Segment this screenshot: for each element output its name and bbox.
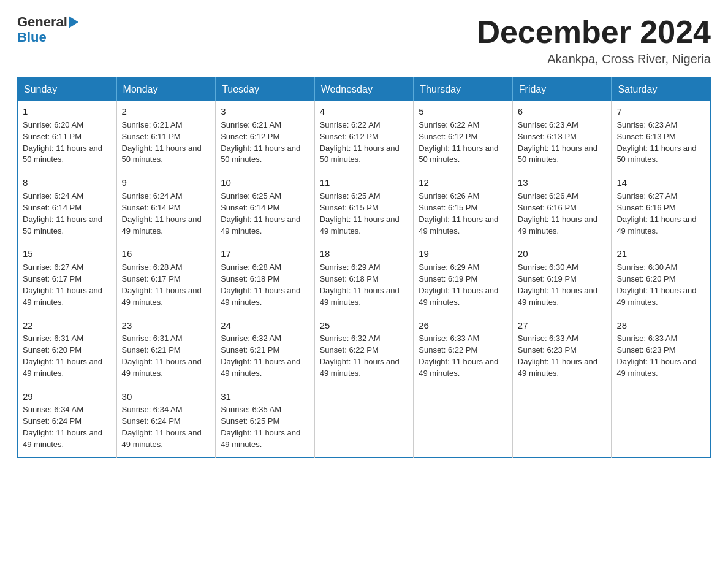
calendar-cell [612,386,711,457]
calendar-cell: 18Sunrise: 6:29 AMSunset: 6:18 PMDayligh… [314,243,414,315]
calendar-header-thursday: Thursday [414,78,513,102]
day-number: 30 [122,390,211,404]
calendar-cell: 20Sunrise: 6:30 AMSunset: 6:19 PMDayligh… [512,243,612,315]
day-number: 28 [616,319,705,332]
calendar-cell: 3Sunrise: 6:21 AMSunset: 6:12 PMDaylight… [216,101,315,172]
calendar-cell: 10Sunrise: 6:25 AMSunset: 6:14 PMDayligh… [216,172,315,243]
calendar-cell [512,386,612,457]
day-number: 17 [221,247,309,261]
day-number: 22 [23,319,112,332]
calendar-cell: 16Sunrise: 6:28 AMSunset: 6:17 PMDayligh… [116,243,216,315]
day-number: 7 [616,105,705,118]
calendar-cell: 28Sunrise: 6:33 AMSunset: 6:23 PMDayligh… [612,315,711,386]
logo-arrow-icon [69,16,78,28]
month-title: December 2024 [477,15,711,50]
calendar-cell: 12Sunrise: 6:26 AMSunset: 6:15 PMDayligh… [414,172,513,243]
calendar-cell: 2Sunrise: 6:21 AMSunset: 6:11 PMDaylight… [116,101,216,172]
calendar-cell: 23Sunrise: 6:31 AMSunset: 6:21 PMDayligh… [116,315,216,386]
calendar-cell: 22Sunrise: 6:31 AMSunset: 6:20 PMDayligh… [18,315,117,386]
calendar-cell: 4Sunrise: 6:22 AMSunset: 6:12 PMDaylight… [314,101,414,172]
location-text: Akankpa, Cross River, Nigeria [477,52,711,66]
calendar-header-friday: Friday [512,78,612,102]
calendar-cell: 13Sunrise: 6:26 AMSunset: 6:16 PMDayligh… [512,172,612,243]
calendar-cell: 27Sunrise: 6:33 AMSunset: 6:23 PMDayligh… [512,315,612,386]
calendar-header-saturday: Saturday [612,78,711,102]
day-number: 31 [221,390,309,404]
day-number: 10 [221,176,309,190]
day-number: 3 [221,105,309,118]
day-number: 24 [221,319,309,332]
day-number: 14 [616,176,705,190]
calendar-week-row: 8Sunrise: 6:24 AMSunset: 6:14 PMDaylight… [18,172,711,243]
day-number: 18 [320,247,409,261]
calendar-cell [414,386,513,457]
day-number: 29 [23,390,112,404]
calendar-cell: 19Sunrise: 6:29 AMSunset: 6:19 PMDayligh… [414,243,513,315]
day-number: 5 [419,105,507,118]
calendar-cell: 8Sunrise: 6:24 AMSunset: 6:14 PMDaylight… [18,172,117,243]
calendar-header-sunday: Sunday [18,78,117,102]
title-block: December 2024 Akankpa, Cross River, Nige… [477,15,711,66]
logo-general-text: General [17,15,67,29]
calendar-cell: 31Sunrise: 6:35 AMSunset: 6:25 PMDayligh… [216,386,315,457]
logo-blue-text: Blue [17,29,47,45]
calendar-cell: 9Sunrise: 6:24 AMSunset: 6:14 PMDaylight… [116,172,216,243]
calendar-header-monday: Monday [116,78,216,102]
calendar-cell: 5Sunrise: 6:22 AMSunset: 6:12 PMDaylight… [414,101,513,172]
day-number: 21 [616,247,705,261]
calendar-cell: 30Sunrise: 6:34 AMSunset: 6:24 PMDayligh… [116,386,216,457]
calendar-cell: 29Sunrise: 6:34 AMSunset: 6:24 PMDayligh… [18,386,117,457]
calendar-cell: 7Sunrise: 6:23 AMSunset: 6:13 PMDaylight… [612,101,711,172]
calendar-cell: 26Sunrise: 6:33 AMSunset: 6:22 PMDayligh… [414,315,513,386]
calendar-table: SundayMondayTuesdayWednesdayThursdayFrid… [17,77,711,458]
calendar-cell: 21Sunrise: 6:30 AMSunset: 6:20 PMDayligh… [612,243,711,315]
day-number: 20 [518,247,607,261]
day-number: 15 [23,247,112,261]
calendar-cell: 11Sunrise: 6:25 AMSunset: 6:15 PMDayligh… [314,172,414,243]
calendar-header-row: SundayMondayTuesdayWednesdayThursdayFrid… [18,78,711,102]
day-number: 4 [320,105,409,118]
day-number: 12 [419,176,507,190]
calendar-cell: 17Sunrise: 6:28 AMSunset: 6:18 PMDayligh… [216,243,315,315]
day-number: 13 [518,176,607,190]
calendar-week-row: 29Sunrise: 6:34 AMSunset: 6:24 PMDayligh… [18,386,711,457]
day-number: 8 [23,176,112,190]
calendar-header-tuesday: Tuesday [216,78,315,102]
day-number: 16 [122,247,211,261]
calendar-week-row: 1Sunrise: 6:20 AMSunset: 6:11 PMDaylight… [18,101,711,172]
calendar-cell: 1Sunrise: 6:20 AMSunset: 6:11 PMDaylight… [18,101,117,172]
calendar-cell: 15Sunrise: 6:27 AMSunset: 6:17 PMDayligh… [18,243,117,315]
calendar-cell: 25Sunrise: 6:32 AMSunset: 6:22 PMDayligh… [314,315,414,386]
calendar-cell: 6Sunrise: 6:23 AMSunset: 6:13 PMDaylight… [512,101,612,172]
calendar-cell: 24Sunrise: 6:32 AMSunset: 6:21 PMDayligh… [216,315,315,386]
day-number: 6 [518,105,607,118]
day-number: 25 [320,319,409,332]
calendar-week-row: 15Sunrise: 6:27 AMSunset: 6:17 PMDayligh… [18,243,711,315]
day-number: 2 [122,105,211,118]
calendar-week-row: 22Sunrise: 6:31 AMSunset: 6:20 PMDayligh… [18,315,711,386]
calendar-cell: 14Sunrise: 6:27 AMSunset: 6:16 PMDayligh… [612,172,711,243]
logo: General Blue [17,15,80,45]
day-number: 1 [23,105,112,118]
day-number: 23 [122,319,211,332]
page-header: General Blue December 2024 Akankpa, Cros… [17,15,711,66]
calendar-cell [314,386,414,457]
day-number: 19 [419,247,507,261]
day-number: 9 [122,176,211,190]
calendar-header-wednesday: Wednesday [314,78,414,102]
day-number: 26 [419,319,507,332]
day-number: 11 [320,176,409,190]
day-number: 27 [518,319,607,332]
